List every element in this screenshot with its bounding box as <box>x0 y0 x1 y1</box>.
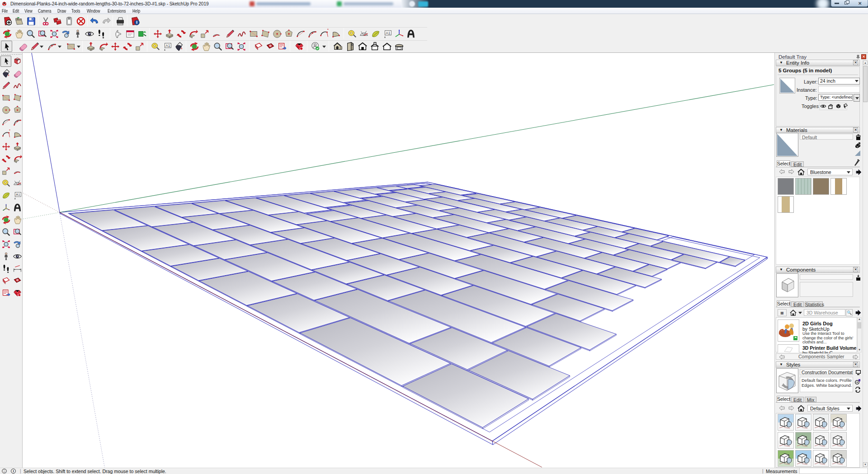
svg-text:A1: A1 <box>16 192 20 197</box>
svg-text:A1: A1 <box>386 31 391 35</box>
svg-text:A1: A1 <box>165 44 170 48</box>
